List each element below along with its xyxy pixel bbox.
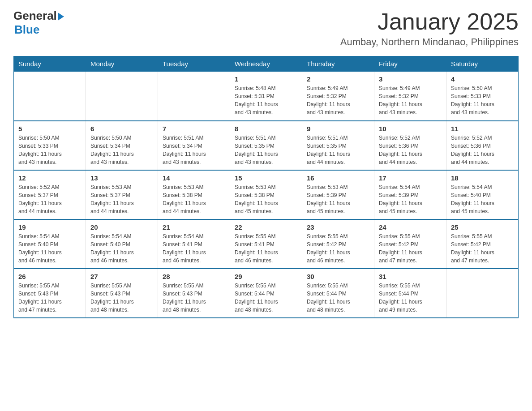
day-number: 17	[379, 174, 442, 182]
table-row	[158, 72, 230, 121]
header-monday: Monday	[86, 56, 158, 72]
main-title: January 2025	[340, 9, 519, 34]
table-row: 25Sunrise: 5:55 AM Sunset: 5:42 PM Dayli…	[446, 219, 519, 269]
day-info: Sunrise: 5:55 AM Sunset: 5:43 PM Dayligh…	[163, 282, 225, 314]
day-info: Sunrise: 5:55 AM Sunset: 5:44 PM Dayligh…	[379, 282, 442, 314]
day-info: Sunrise: 5:55 AM Sunset: 5:41 PM Dayligh…	[235, 232, 297, 265]
day-number: 9	[307, 125, 369, 133]
day-info: Sunrise: 5:55 AM Sunset: 5:42 PM Dayligh…	[307, 232, 369, 265]
table-row: 24Sunrise: 5:55 AM Sunset: 5:42 PM Dayli…	[374, 219, 446, 269]
day-info: Sunrise: 5:55 AM Sunset: 5:44 PM Dayligh…	[235, 282, 297, 314]
day-number: 11	[451, 125, 514, 133]
day-info: Sunrise: 5:50 AM Sunset: 5:33 PM Dayligh…	[18, 134, 81, 166]
table-row: 17Sunrise: 5:54 AM Sunset: 5:39 PM Dayli…	[374, 170, 446, 219]
day-number: 28	[163, 273, 225, 280]
day-info: Sunrise: 5:53 AM Sunset: 5:38 PM Dayligh…	[163, 183, 225, 215]
day-number: 10	[379, 125, 442, 133]
table-row: 3Sunrise: 5:49 AM Sunset: 5:32 PM Daylig…	[374, 72, 446, 121]
calendar-table: Sunday Monday Tuesday Wednesday Thursday…	[13, 56, 519, 318]
table-row: 26Sunrise: 5:55 AM Sunset: 5:43 PM Dayli…	[14, 269, 86, 318]
day-number: 1	[235, 75, 297, 83]
day-number: 26	[18, 273, 81, 280]
day-number: 12	[18, 174, 81, 182]
day-number: 6	[90, 125, 153, 133]
day-info: Sunrise: 5:52 AM Sunset: 5:37 PM Dayligh…	[18, 183, 81, 215]
header-thursday: Thursday	[302, 56, 374, 72]
logo-blue: Blue	[14, 23, 64, 37]
page-header: General Blue January 2025 Aumbay, Northe…	[13, 9, 519, 48]
header-saturday: Saturday	[446, 56, 519, 72]
day-number: 7	[163, 125, 225, 133]
day-number: 30	[307, 273, 369, 280]
table-row: 1Sunrise: 5:48 AM Sunset: 5:31 PM Daylig…	[230, 72, 302, 121]
table-row: 7Sunrise: 5:51 AM Sunset: 5:34 PM Daylig…	[158, 121, 230, 170]
subtitle: Aumbay, Northern Mindanao, Philippines	[340, 36, 519, 48]
day-number: 8	[235, 125, 297, 133]
table-row: 29Sunrise: 5:55 AM Sunset: 5:44 PM Dayli…	[230, 269, 302, 318]
day-number: 29	[235, 273, 297, 280]
day-info: Sunrise: 5:55 AM Sunset: 5:43 PM Dayligh…	[18, 282, 81, 314]
table-row: 30Sunrise: 5:55 AM Sunset: 5:44 PM Dayli…	[302, 269, 374, 318]
day-number: 19	[18, 223, 81, 231]
table-row: 5Sunrise: 5:50 AM Sunset: 5:33 PM Daylig…	[14, 121, 86, 170]
day-number: 5	[18, 125, 81, 133]
table-row: 12Sunrise: 5:52 AM Sunset: 5:37 PM Dayli…	[14, 170, 86, 219]
day-info: Sunrise: 5:53 AM Sunset: 5:39 PM Dayligh…	[307, 183, 369, 215]
table-row: 18Sunrise: 5:54 AM Sunset: 5:40 PM Dayli…	[446, 170, 519, 219]
day-info: Sunrise: 5:55 AM Sunset: 5:43 PM Dayligh…	[90, 282, 153, 314]
day-number: 3	[379, 75, 442, 83]
calendar-body: 1Sunrise: 5:48 AM Sunset: 5:31 PM Daylig…	[14, 72, 519, 318]
day-number: 16	[307, 174, 369, 182]
day-number: 24	[379, 223, 442, 231]
day-number: 25	[451, 223, 514, 231]
day-info: Sunrise: 5:53 AM Sunset: 5:37 PM Dayligh…	[90, 183, 153, 215]
table-row: 16Sunrise: 5:53 AM Sunset: 5:39 PM Dayli…	[302, 170, 374, 219]
day-number: 27	[90, 273, 153, 280]
day-number: 18	[451, 174, 514, 182]
table-row: 23Sunrise: 5:55 AM Sunset: 5:42 PM Dayli…	[302, 219, 374, 269]
day-number: 21	[163, 223, 225, 231]
day-info: Sunrise: 5:55 AM Sunset: 5:44 PM Dayligh…	[307, 282, 369, 314]
day-number: 20	[90, 223, 153, 231]
day-info: Sunrise: 5:54 AM Sunset: 5:39 PM Dayligh…	[379, 183, 442, 215]
table-row: 9Sunrise: 5:51 AM Sunset: 5:35 PM Daylig…	[302, 121, 374, 170]
day-info: Sunrise: 5:51 AM Sunset: 5:34 PM Dayligh…	[163, 134, 225, 166]
header-friday: Friday	[374, 56, 446, 72]
day-info: Sunrise: 5:50 AM Sunset: 5:34 PM Dayligh…	[90, 134, 153, 166]
day-info: Sunrise: 5:53 AM Sunset: 5:38 PM Dayligh…	[235, 183, 297, 215]
day-info: Sunrise: 5:52 AM Sunset: 5:36 PM Dayligh…	[451, 134, 514, 166]
header-wednesday: Wednesday	[230, 56, 302, 72]
day-number: 22	[235, 223, 297, 231]
day-number: 14	[163, 174, 225, 182]
table-row: 8Sunrise: 5:51 AM Sunset: 5:35 PM Daylig…	[230, 121, 302, 170]
day-info: Sunrise: 5:50 AM Sunset: 5:33 PM Dayligh…	[451, 84, 514, 116]
day-info: Sunrise: 5:51 AM Sunset: 5:35 PM Dayligh…	[235, 134, 297, 166]
header-sunday: Sunday	[14, 56, 86, 72]
table-row: 13Sunrise: 5:53 AM Sunset: 5:37 PM Dayli…	[86, 170, 158, 219]
day-number: 23	[307, 223, 369, 231]
logo: General Blue	[13, 9, 64, 37]
day-info: Sunrise: 5:52 AM Sunset: 5:36 PM Dayligh…	[379, 134, 442, 166]
table-row: 15Sunrise: 5:53 AM Sunset: 5:38 PM Dayli…	[230, 170, 302, 219]
day-info: Sunrise: 5:54 AM Sunset: 5:41 PM Dayligh…	[163, 232, 225, 265]
table-row: 19Sunrise: 5:54 AM Sunset: 5:40 PM Dayli…	[14, 219, 86, 269]
day-info: Sunrise: 5:54 AM Sunset: 5:40 PM Dayligh…	[451, 183, 514, 215]
table-row: 14Sunrise: 5:53 AM Sunset: 5:38 PM Dayli…	[158, 170, 230, 219]
day-info: Sunrise: 5:55 AM Sunset: 5:42 PM Dayligh…	[379, 232, 442, 265]
table-row: 31Sunrise: 5:55 AM Sunset: 5:44 PM Dayli…	[374, 269, 446, 318]
calendar-header: Sunday Monday Tuesday Wednesday Thursday…	[14, 56, 519, 72]
title-area: January 2025 Aumbay, Northern Mindanao, …	[340, 9, 519, 48]
day-number: 31	[379, 273, 442, 280]
day-info: Sunrise: 5:49 AM Sunset: 5:32 PM Dayligh…	[307, 84, 369, 116]
table-row: 28Sunrise: 5:55 AM Sunset: 5:43 PM Dayli…	[158, 269, 230, 318]
table-row: 6Sunrise: 5:50 AM Sunset: 5:34 PM Daylig…	[86, 121, 158, 170]
day-number: 4	[451, 75, 514, 83]
table-row	[14, 72, 86, 121]
day-info: Sunrise: 5:54 AM Sunset: 5:40 PM Dayligh…	[90, 232, 153, 265]
day-info: Sunrise: 5:48 AM Sunset: 5:31 PM Dayligh…	[235, 84, 297, 116]
table-row: 22Sunrise: 5:55 AM Sunset: 5:41 PM Dayli…	[230, 219, 302, 269]
day-info: Sunrise: 5:55 AM Sunset: 5:42 PM Dayligh…	[451, 232, 514, 265]
table-row: 10Sunrise: 5:52 AM Sunset: 5:36 PM Dayli…	[374, 121, 446, 170]
day-number: 13	[90, 174, 153, 182]
day-info: Sunrise: 5:54 AM Sunset: 5:40 PM Dayligh…	[18, 232, 81, 265]
